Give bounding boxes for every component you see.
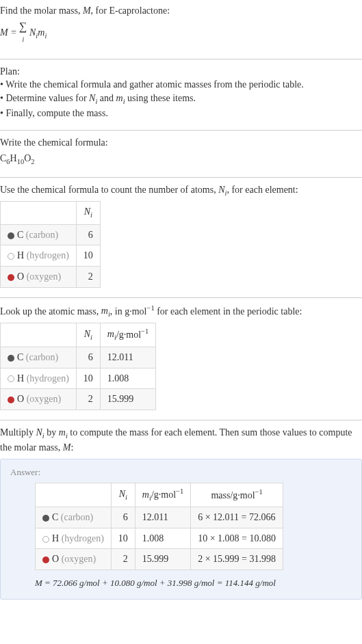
final-result: M = 72.066 g/mol + 10.080 g/mol + 31.998… — [35, 577, 352, 589]
count-section: Use the chemical formula to count the nu… — [0, 182, 362, 293]
element-cell: H (hydrogen) — [1, 368, 77, 389]
calc-cell: 10 × 1.008 = 10.080 — [191, 528, 283, 549]
table-row: O (oxygen) 2 15.999 2 × 15.999 = 31.998 — [36, 549, 283, 570]
element-cell: H (hydrogen) — [36, 528, 112, 549]
sum-index: i — [22, 36, 24, 43]
answer-label: Answer: — [10, 466, 352, 479]
hydrogen-swatch-icon — [42, 536, 49, 543]
empty-header — [1, 323, 77, 347]
col-ni: Ni — [76, 202, 100, 224]
carbon-swatch-icon — [8, 232, 14, 239]
mass-heading: Look up the atomic mass, mi, in g·mol−1 … — [0, 304, 362, 320]
col-mass: mass/g·mol−1 — [191, 483, 283, 507]
mass-cell: 15.999 — [100, 389, 155, 410]
count-table: Ni C (carbon) 6 H (hydrogen) 10 O (oxyge… — [0, 201, 101, 287]
table-row: H (hydrogen) 10 — [1, 245, 101, 267]
element-cell: H (hydrogen) — [1, 245, 77, 267]
calc-cell: 6 × 12.011 = 72.066 — [191, 507, 283, 528]
col-mi: mi/g·mol−1 — [100, 323, 155, 347]
carbon-swatch-icon — [8, 355, 14, 362]
hydrogen-swatch-icon — [8, 375, 14, 382]
calc-cell: 2 × 15.999 = 31.998 — [191, 549, 283, 570]
oxygen-swatch-icon — [8, 274, 14, 281]
plan-bullet-3: • Finally, compute the mass. — [0, 107, 362, 120]
count-cell: 10 — [111, 528, 135, 549]
divider — [0, 59, 362, 59]
intro-title: Find the molar mass, M, for E-caprolacto… — [0, 4, 362, 18]
answer-box: Answer: Ni mi/g·mol−1 mass/g·mol−1 C (ca… — [0, 459, 362, 600]
element-cell: C (carbon) — [1, 347, 77, 368]
element-cell: O (oxygen) — [36, 549, 112, 570]
empty-header — [36, 483, 112, 507]
mass-cell: 12.011 — [100, 347, 155, 368]
table-row: C (carbon) 6 12.011 — [1, 347, 156, 368]
plan-heading: Plan: — [0, 65, 362, 79]
table-row: C (carbon) 6 — [1, 224, 101, 245]
plan-bullet-2: • Determine values for Ni and mi using t… — [0, 92, 362, 107]
element-cell: O (oxygen) — [1, 389, 77, 410]
plan-bullet-1: • Write the chemical formula and gather … — [0, 78, 362, 92]
table-row: H (hydrogen) 10 1.008 10 × 1.008 = 10.08… — [36, 528, 283, 549]
count-cell: 6 — [111, 507, 135, 528]
divider — [0, 130, 362, 131]
mass-cell: 15.999 — [135, 549, 190, 570]
divider — [0, 177, 362, 178]
count-cell: 6 — [76, 347, 100, 368]
mass-table: Ni mi/g·mol−1 C (carbon) 6 12.011 H (hyd… — [0, 323, 156, 410]
count-heading: Use the chemical formula to count the nu… — [0, 183, 362, 198]
sum-symbol: ∑ — [19, 21, 27, 32]
hydrogen-swatch-icon — [8, 253, 14, 260]
table-row: C (carbon) 6 12.011 6 × 12.011 = 72.066 — [36, 507, 283, 528]
oxygen-swatch-icon — [42, 556, 49, 563]
mass-cell: 12.011 — [135, 507, 190, 528]
mass-section: Look up the atomic mass, mi, in g·mol−1 … — [0, 302, 362, 416]
col-mi: mi/g·mol−1 — [135, 483, 190, 507]
col-ni: Ni — [76, 323, 100, 347]
table-row: H (hydrogen) 10 1.008 — [1, 368, 156, 389]
divider — [0, 420, 362, 420]
answer-table: Ni mi/g·mol−1 mass/g·mol−1 C (carbon) 6 … — [35, 483, 283, 570]
intro-section: Find the molar mass, M, for E-caprolacto… — [0, 3, 362, 55]
count-cell: 10 — [76, 368, 100, 389]
mass-cell: 1.008 — [135, 528, 190, 549]
element-cell: C (carbon) — [1, 224, 77, 245]
table-row: O (oxygen) 2 15.999 — [1, 389, 156, 410]
multiply-heading: Multiply Ni by mi to compute the mass fo… — [0, 426, 362, 455]
formula-heading: Write the chemical formula: — [0, 136, 362, 150]
table-row: O (oxygen) 2 — [1, 267, 101, 288]
multiply-section: Multiply Ni by mi to compute the mass fo… — [0, 425, 362, 605]
formula-section: Write the chemical formula: C6H10O2 — [0, 135, 362, 173]
mass-cell: 1.008 — [100, 368, 155, 389]
count-cell: 2 — [111, 549, 135, 570]
count-cell: 2 — [76, 267, 100, 288]
count-cell: 6 — [76, 224, 100, 245]
oxygen-swatch-icon — [8, 397, 14, 403]
count-cell: 10 — [76, 245, 100, 267]
plan-section: Plan: • Write the chemical formula and g… — [0, 64, 362, 126]
intro-formula: M = ∑ i Nimi — [0, 18, 362, 49]
count-cell: 2 — [76, 389, 100, 410]
divider — [0, 297, 362, 298]
col-ni: Ni — [111, 483, 135, 507]
chemical-formula: C6H10O2 — [0, 149, 362, 167]
element-cell: O (oxygen) — [1, 267, 77, 288]
element-cell: C (carbon) — [36, 507, 112, 528]
empty-header — [1, 202, 77, 224]
carbon-swatch-icon — [42, 515, 49, 522]
